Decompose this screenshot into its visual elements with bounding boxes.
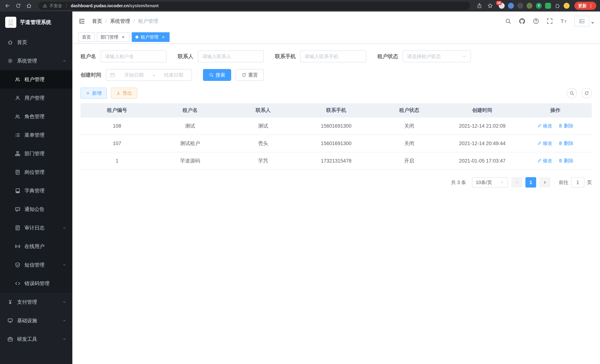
status-select[interactable]: 请选择租户状态: [403, 50, 471, 62]
filter-tenant-name: 租户名: [81, 50, 167, 62]
extension-blue-icon[interactable]: [508, 3, 514, 9]
trash-icon: [558, 141, 563, 145]
page-size-select[interactable]: 10条/页: [472, 177, 508, 187]
browser-back-icon[interactable]: [4, 2, 11, 9]
close-icon[interactable]: ×: [161, 35, 166, 40]
prev-page-button[interactable]: [511, 177, 522, 187]
edit-button[interactable]: 修改: [537, 140, 552, 147]
sidebar-item-infra[interactable]: 基础设施: [0, 311, 72, 330]
extension-olive-icon[interactable]: [526, 3, 533, 9]
sidebar-item-role[interactable]: 角色管理: [0, 107, 72, 126]
search-button[interactable]: 搜索: [203, 69, 231, 81]
extension-dark-globe-icon[interactable]: [517, 3, 523, 9]
tab-home[interactable]: 首页: [78, 32, 95, 42]
sidebar-item-post[interactable]: 岗位管理: [0, 163, 72, 181]
sidebar-item-notice[interactable]: 通知公告: [0, 200, 72, 219]
toggle-search-button[interactable]: [567, 88, 577, 98]
infra-icon: [7, 318, 13, 323]
svg-text:T: T: [564, 20, 566, 24]
tenant-name-field[interactable]: [101, 50, 167, 62]
browser-update-button[interactable]: 更新: [574, 2, 596, 10]
end-date-input[interactable]: [160, 72, 188, 78]
active-tab-dot: [135, 36, 138, 38]
chevron-down-icon: [62, 226, 66, 230]
goto-page-input[interactable]: [571, 177, 584, 187]
search-icon[interactable]: [505, 18, 511, 24]
sidebar-item-menu[interactable]: 菜单管理: [0, 126, 72, 144]
extension-green-chat-icon[interactable]: [545, 3, 551, 9]
tab-tenant[interactable]: 租户管理×: [132, 32, 169, 42]
reset-button[interactable]: 重置: [236, 69, 264, 81]
sidebar-item-label: 支付管理: [17, 299, 37, 305]
sidebar-item-audit-log[interactable]: 审计日志: [0, 219, 72, 237]
edit-button[interactable]: 修改: [537, 158, 552, 164]
share-icon[interactable]: [476, 2, 483, 9]
delete-button[interactable]: 删除: [558, 140, 573, 147]
export-button[interactable]: 导出: [111, 88, 137, 99]
profile-avatar-icon[interactable]: [564, 3, 570, 9]
sidebar-item-sms[interactable]: 短信管理: [0, 256, 72, 274]
sidebar-item-label: 部门管理: [25, 150, 45, 157]
table-row: 107测试租户秃头15601691300关闭2021-12-14 20:49:4…: [81, 135, 592, 152]
contact-input[interactable]: [202, 54, 259, 59]
sidebar-item-user[interactable]: 用户管理: [0, 89, 72, 107]
sidebar-item-error-code[interactable]: 错误码管理: [0, 274, 72, 293]
sidebar-item-system[interactable]: 系统管理: [0, 52, 72, 70]
page-number-1[interactable]: 1: [525, 177, 536, 187]
sidebar: 芋道管理系统 首页系统管理租户管理用户管理角色管理菜单管理部门管理岗位管理字典管…: [0, 11, 72, 364]
sidebar-item-home[interactable]: 首页: [0, 33, 72, 52]
address-bar[interactable]: 不安全 dashboard.yudao.iocoder.cn/system/te…: [38, 2, 470, 10]
sidebar-item-dict[interactable]: 字典管理: [0, 181, 72, 200]
table-header-row: 租户编号租户名联系人联系手机租户状态创建时间操作: [81, 103, 592, 117]
breadcrumb-separator: /: [105, 18, 107, 24]
bookmark-star-icon[interactable]: [487, 2, 494, 9]
message-icon: [15, 206, 20, 212]
github-icon[interactable]: [519, 18, 525, 25]
start-date-input[interactable]: [120, 72, 148, 78]
app: 芋道管理系统 首页系统管理租户管理用户管理角色管理菜单管理部门管理岗位管理字典管…: [0, 11, 600, 364]
sidebar-toggle-icon[interactable]: [78, 18, 85, 25]
contact-field[interactable]: [198, 50, 264, 62]
cell-id: 108: [81, 117, 154, 135]
tab-dept[interactable]: 部门管理×: [97, 32, 130, 42]
browser-menu-icon[interactable]: [589, 3, 593, 8]
date-range-picker[interactable]: -: [106, 69, 192, 81]
sidebar-item-pay[interactable]: 支付管理: [0, 293, 72, 311]
security-label: 不安全: [49, 3, 62, 9]
edit-button[interactable]: 修改: [537, 123, 552, 129]
delete-button[interactable]: 删除: [558, 158, 573, 164]
sidebar-item-dept[interactable]: 部门管理: [0, 144, 72, 163]
url-path: /system/tenant: [129, 3, 159, 8]
mobile-field[interactable]: [300, 50, 366, 62]
mobile-input[interactable]: [305, 54, 362, 59]
next-page-button[interactable]: [540, 177, 550, 187]
extension-green-y-icon[interactable]: Y: [536, 3, 542, 9]
cell-actions: 修改删除: [519, 135, 592, 152]
page-size-value: 10条/页: [476, 179, 492, 186]
sidebar-item-tenant[interactable]: 租户管理: [0, 70, 72, 89]
delete-button[interactable]: 删除: [558, 123, 573, 129]
sidebar-item-dev-tool[interactable]: 研发工具: [0, 330, 72, 348]
screen: 不安全 dashboard.yudao.iocoder.cn/system/te…: [0, 0, 600, 364]
download-icon: [116, 91, 121, 95]
filter-label: 创建时间: [81, 71, 101, 78]
app-logo[interactable]: 芋道管理系统: [0, 11, 72, 33]
fullscreen-icon[interactable]: [547, 18, 553, 24]
extension-gray-badged-icon[interactable]: 10: [499, 3, 505, 9]
browser-home-icon[interactable]: [25, 2, 33, 9]
breadcrumb-item[interactable]: 系统管理: [110, 18, 130, 25]
cell-id: 1: [81, 152, 154, 169]
chevron-down-icon: [62, 300, 66, 304]
browser-reload-icon[interactable]: [14, 2, 22, 9]
refresh-table-button[interactable]: [581, 88, 592, 98]
sidebar-item-online-user[interactable]: 在线用户: [0, 237, 72, 256]
user-avatar-dropdown[interactable]: [574, 16, 594, 27]
breadcrumb-item[interactable]: 首页: [92, 18, 102, 25]
font-size-icon[interactable]: TT: [560, 18, 567, 25]
dict-icon: [15, 188, 20, 194]
close-icon[interactable]: ×: [121, 35, 126, 40]
help-icon[interactable]: [533, 18, 539, 24]
extensions-puzzle-icon[interactable]: [554, 3, 560, 9]
tenant-name-input[interactable]: [105, 54, 162, 59]
add-button[interactable]: 新增: [81, 88, 107, 99]
